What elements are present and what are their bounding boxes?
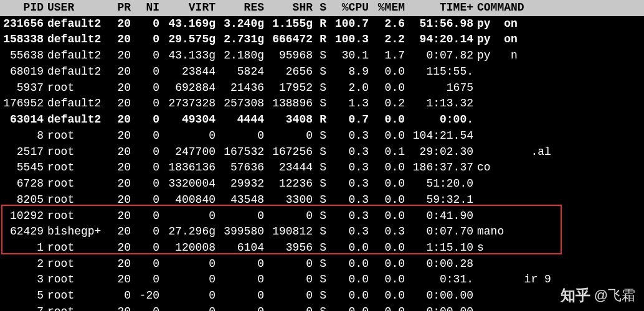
- cell-s: R: [313, 16, 326, 32]
- cell-ni: 0: [131, 256, 159, 272]
- cell-cpu: 0.3: [326, 128, 369, 144]
- cell-mem: 0.0: [369, 176, 405, 192]
- header-virt: VIRT: [159, 0, 215, 16]
- table-header-row: PIDUSERPRNIVIRTRESSHRS%CPU%MEMTIME+COMMA…: [0, 0, 644, 16]
- cell-pr: 20: [106, 32, 131, 48]
- cell-virt: 0: [159, 288, 215, 304]
- cell-shr: 0: [264, 304, 313, 311]
- cell-shr: 17952: [264, 80, 313, 96]
- header-pid: PID: [0, 0, 44, 16]
- cell-pid: 62429: [0, 224, 44, 240]
- cell-cmd: [473, 112, 644, 128]
- cell-ni: 0: [131, 32, 159, 48]
- cell-pr: 20: [106, 96, 131, 112]
- cell-ni: 0: [131, 176, 159, 192]
- cell-time: 104:21.54: [405, 128, 473, 144]
- cell-pr: 20: [106, 64, 131, 80]
- cell-cpu: 100.7: [326, 16, 369, 32]
- cell-virt: 1836136: [159, 160, 215, 176]
- cell-cmd: [473, 128, 644, 144]
- cell-mem: 0.0: [369, 240, 405, 256]
- cell-res: 2.731g: [215, 32, 264, 48]
- cell-mem: 1.7: [369, 48, 405, 64]
- cell-time: 1675: [405, 80, 473, 96]
- cell-user: default2: [44, 112, 106, 128]
- cell-virt: 247700: [159, 144, 215, 160]
- cell-mem: 0.1: [369, 144, 405, 160]
- cell-pid: 8: [0, 128, 44, 144]
- cell-time: 1:13.32: [405, 96, 473, 112]
- table-row: 62429bishegp+20027.296g399580190812S0.30…: [0, 224, 644, 240]
- cell-virt: 0: [159, 128, 215, 144]
- cell-virt: 49304: [159, 112, 215, 128]
- cell-cpu: 0.3: [326, 144, 369, 160]
- cell-virt: 27.296g: [159, 224, 215, 240]
- cell-shr: 3956: [264, 240, 313, 256]
- cell-user: root: [44, 176, 106, 192]
- cell-s: S: [313, 304, 326, 311]
- cell-cpu: 30.1: [326, 48, 369, 64]
- header-shr: SHR: [264, 0, 313, 16]
- watermark-author: @飞霜: [594, 285, 635, 305]
- cell-res: 167532: [215, 144, 264, 160]
- cell-time: 0:00.00: [405, 304, 473, 311]
- cell-ni: 0: [131, 208, 159, 225]
- cell-s: S: [313, 288, 326, 304]
- cell-virt: 120008: [159, 240, 215, 256]
- cell-pid: 10292: [0, 208, 44, 225]
- table-row: 231656default220043.169g3.240g1.155gR100…: [0, 16, 644, 32]
- table-row: 1root20012000861043956S0.00.01:15.10s: [0, 240, 644, 256]
- cell-cmd: [473, 208, 644, 225]
- header-time: TIME+: [405, 0, 473, 16]
- cell-pid: 2517: [0, 144, 44, 160]
- cell-virt: 400840: [159, 192, 215, 208]
- cell-ni: 0: [131, 192, 159, 208]
- cell-res: 6104: [215, 240, 264, 256]
- cell-pr: 20: [106, 272, 131, 288]
- cell-pid: 5937: [0, 80, 44, 96]
- cell-pr: 20: [106, 128, 131, 144]
- cell-time: 29:02.30: [405, 144, 473, 160]
- cell-res: 3.240g: [215, 16, 264, 32]
- cell-pid: 8205: [0, 192, 44, 208]
- cell-cmd: py n: [473, 48, 644, 64]
- cell-cpu: 0.0: [326, 256, 369, 272]
- cell-cpu: 0.0: [326, 288, 369, 304]
- cell-mem: 0.0: [369, 256, 405, 272]
- cell-ni: 0: [131, 64, 159, 80]
- cell-shr: 1.155g: [264, 16, 313, 32]
- cell-res: 0: [215, 256, 264, 272]
- table-row: 176952default22002737328257308138896S1.3…: [0, 96, 644, 112]
- cell-time: 59:32.1: [405, 192, 473, 208]
- cell-virt: 692884: [159, 80, 215, 96]
- cell-pid: 63014: [0, 112, 44, 128]
- cell-cmd: co: [473, 160, 644, 176]
- cell-res: 0: [215, 128, 264, 144]
- cell-pr: 20: [106, 192, 131, 208]
- cell-cpu: 0.0: [326, 272, 369, 288]
- cell-virt: 23844: [159, 64, 215, 80]
- cell-cpu: 0.0: [326, 304, 369, 311]
- cell-mem: 2.2: [369, 32, 405, 48]
- header-res: RES: [215, 0, 264, 16]
- header-s: S: [313, 0, 326, 16]
- cell-cpu: 100.3: [326, 32, 369, 48]
- cell-cmd: mano: [473, 224, 644, 240]
- table-row: 5937root2006928842143617952S2.00.01675: [0, 80, 644, 96]
- cell-virt: 43.169g: [159, 16, 215, 32]
- cell-pid: 5: [0, 288, 44, 304]
- cell-time: 0:00.28: [405, 256, 473, 272]
- cell-mem: 0.0: [369, 288, 405, 304]
- cell-shr: 0: [264, 272, 313, 288]
- cell-time: 186:37.37: [405, 160, 473, 176]
- cell-user: default2: [44, 96, 106, 112]
- cell-user: root: [44, 208, 106, 225]
- cell-user: root: [44, 240, 106, 256]
- cell-pr: 20: [106, 304, 131, 311]
- cell-pid: 176952: [0, 96, 44, 112]
- cell-virt: 3320004: [159, 176, 215, 192]
- table-row: 158338default220029.575g2.731g666472R100…: [0, 32, 644, 48]
- cell-shr: 12236: [264, 176, 313, 192]
- cell-mem: 0.0: [369, 208, 405, 225]
- table-row: 6728root20033200042993212236S0.30.051:20…: [0, 176, 644, 192]
